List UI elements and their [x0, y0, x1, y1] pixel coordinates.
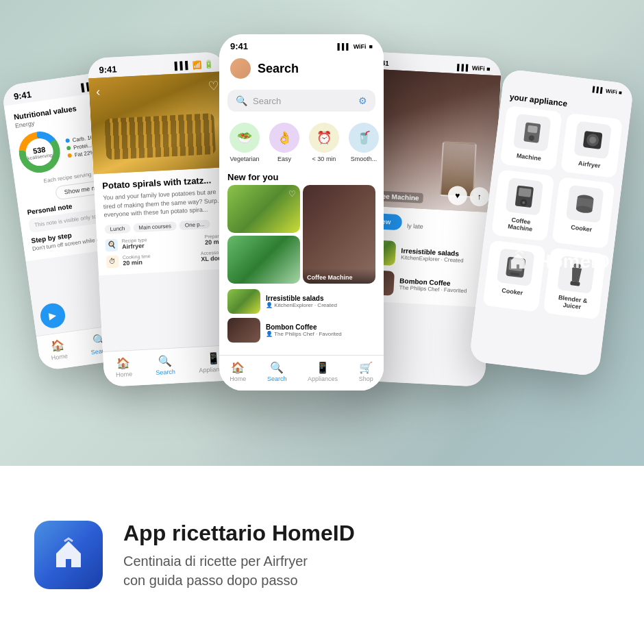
homeid-watermark: HomeID: [506, 249, 610, 274]
appliance-machine[interactable]: Machine: [500, 106, 562, 171]
fav-icon-1[interactable]: ♡: [288, 189, 296, 199]
coffee-machine-icon: [505, 177, 543, 216]
nav-home-second[interactable]: 🏠 Home: [115, 356, 133, 378]
nav-home-label-center: Home: [230, 375, 246, 382]
home-icon: 🏠: [50, 338, 65, 354]
type-icon: 🍳: [105, 238, 118, 251]
svg-rect-7: [518, 188, 531, 197]
cooker-label: Cooker: [571, 224, 593, 234]
smoothie-icon: 🥤: [349, 123, 379, 153]
coffee-recipe-info: Coffee Machine: [303, 269, 375, 284]
cat-vegetarian[interactable]: 🥗 Vegetarian: [227, 123, 262, 162]
cat-30min[interactable]: ⏰ < 30 min: [307, 123, 341, 162]
back-button[interactable]: ‹: [96, 85, 101, 99]
airfryer-label: Airfryer: [578, 160, 601, 169]
tag-row: Lunch Main courses One p...: [104, 219, 225, 234]
recipe-card-salads[interactable]: Irresistible salads 👤 KitchenExplorer · …: [227, 289, 375, 314]
salad-author: 👤 KitchenExplorer · Created: [266, 302, 375, 308]
cat-smoothie-label: Smooth...: [351, 156, 377, 162]
easy-icon: 👌: [269, 123, 299, 153]
app-text: App ricettario HomeID Centinaia di ricet…: [123, 520, 610, 590]
coffee-machine-label: Coffee Machine: [499, 215, 542, 234]
right-salad-info: Irresistible salads KitchenExplorer · Cr…: [401, 247, 484, 264]
meta-cook-info: Cooking time 20 min: [123, 253, 151, 267]
appliance-grid: Machine Airfryer: [476, 105, 630, 321]
heart-button[interactable]: ♥: [447, 186, 467, 206]
play-button[interactable]: ▶: [39, 301, 67, 330]
app-description-line1: Centinaia di ricette per Airfryer: [123, 552, 610, 571]
appliance-airfryer[interactable]: Airfryer: [560, 113, 623, 178]
cat-easy-label: Easy: [277, 156, 291, 162]
tag-lunch: Lunch: [104, 223, 130, 234]
appliance-cooker[interactable]: Cooker: [552, 177, 615, 249]
recipe-grid: ♡ Coffee Machine: [227, 185, 375, 284]
phones-section: 9:41 ▌▌▌ WiFi 🔋 Nutritional values Energ…: [0, 0, 644, 466]
cat-smoothie[interactable]: 🥤 Smooth...: [347, 123, 381, 162]
appliances-main: your appliance Machine: [476, 84, 632, 321]
grid-left: ♡: [227, 185, 300, 284]
nav-home-center[interactable]: 🏠 Home: [230, 361, 246, 382]
status-icons-center: ▌▌▌ WiFi ■: [338, 43, 373, 50]
new-for-you-title: New for you: [219, 168, 384, 185]
coffee-thumb: [227, 318, 260, 343]
home-icon-center: 🏠: [231, 361, 245, 374]
machine-icon: [512, 114, 551, 152]
nav-search-label-2: Search: [156, 368, 175, 375]
nav-shop-center[interactable]: 🛒 Shop: [359, 361, 373, 382]
recipe-meta: 🍳 Recipe type Airfryer Prepara... 20 min: [105, 233, 227, 268]
recipe-desc: You and your family love potatoes but ar…: [103, 187, 225, 219]
favorite-button[interactable]: ♡: [208, 79, 219, 95]
fat-dot: [67, 153, 72, 158]
time-second: 9:41: [99, 64, 117, 75]
calories-unit: kcal/serving: [27, 152, 53, 160]
search-placeholder-text: Search: [253, 96, 353, 106]
homeid-app-logo: [48, 534, 89, 575]
vegetarian-icon: 🥗: [230, 123, 260, 153]
phone-search-main: 9:41 ▌▌▌ WiFi ■ Search 🔍 Search ⚙ 🥗 Ve: [219, 34, 384, 391]
coffee-name: Bombon Coffee: [266, 323, 375, 331]
time-left: 9:41: [13, 89, 32, 101]
category-row: 🥗 Vegetarian 👌 Easy ⏰ < 30 min 🥤 Smooth.…: [219, 117, 384, 168]
svg-rect-1: [527, 125, 537, 134]
recipe-thumb-coffee[interactable]: Coffee Machine: [303, 185, 375, 284]
recipe-thumb-salad1[interactable]: ♡: [227, 185, 300, 233]
search-nav-icon-2: 🔍: [158, 354, 172, 368]
late-text: ly late: [407, 222, 423, 230]
search-bar[interactable]: 🔍 Search ⚙: [227, 90, 375, 112]
meta-type: 🍳 Recipe type Airfryer Prepara... 20 min: [105, 233, 226, 251]
nav-search-second[interactable]: 🔍 Search: [155, 354, 175, 376]
nav-search-center[interactable]: 🔍 Search: [267, 361, 287, 382]
nav-appliances-label-center: Appliances: [308, 375, 338, 382]
nav-shop-label-center: Shop: [359, 375, 373, 382]
coffee-card-info: Bombon Coffee 👤 The Philips Chef · Favor…: [266, 323, 375, 337]
cat-easy[interactable]: 👌 Easy: [267, 123, 301, 162]
salad-thumb: [227, 289, 260, 314]
home-icon-2: 🏠: [116, 356, 131, 370]
filter-icon[interactable]: ⚙: [358, 95, 367, 106]
coffee-actions: ♥ ↑: [447, 186, 489, 207]
appliance-coffee-machine[interactable]: Coffee Machine: [491, 169, 554, 241]
share-button[interactable]: ↑: [469, 186, 489, 206]
potato-content: Potato spirals with tzatz... You and you…: [93, 167, 235, 275]
nav-home-left[interactable]: 🏠 Home: [49, 338, 68, 362]
nav-appliances-center[interactable]: 📱 Appliances: [308, 361, 338, 382]
salad-card-info: Irresistible salads 👤 KitchenExplorer · …: [266, 295, 375, 308]
cat-vegetarian-label: Vegetarian: [230, 156, 259, 162]
cook-value: 20 min: [123, 258, 151, 267]
airfryer-icon: [573, 121, 612, 160]
status-icons-far-right: ▌▌▌ WiFi ■: [593, 86, 623, 96]
right-coffee-info: Bombon Coffee The Philips Chef · Favorit…: [399, 277, 482, 295]
search-icon: 🔍: [236, 95, 247, 106]
kitchen-explorer-icon: 👤: [266, 302, 273, 308]
carb-dot: [65, 138, 70, 143]
nav-search-label-center: Search: [267, 375, 287, 382]
donut-inner: 538 kcal/serving: [24, 137, 55, 168]
user-avatar: [230, 58, 251, 79]
recipe-card-coffee[interactable]: Bombon Coffee 👤 The Philips Chef · Favor…: [227, 318, 375, 343]
search-nav-icon-center: 🔍: [270, 361, 284, 374]
time-icon: ⏰: [309, 123, 339, 153]
meta-type-info: Recipe type Airfryer: [121, 238, 147, 251]
nav-center: 🏠 Home 🔍 Search 📱 Appliances 🛒 Shop: [219, 355, 384, 391]
donut-chart: 538 kcal/serving: [16, 129, 63, 175]
recipe-thumb-salad2[interactable]: [227, 236, 300, 284]
